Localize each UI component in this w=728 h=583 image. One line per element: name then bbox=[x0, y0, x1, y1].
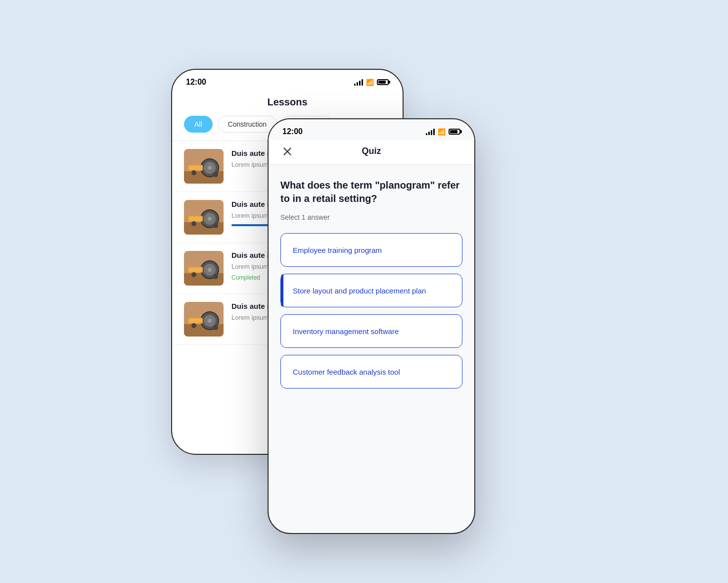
svg-rect-24 bbox=[189, 268, 202, 272]
status-icons-back: 📶 bbox=[354, 79, 389, 86]
quiz-body: What does the term "planogram" refer to … bbox=[269, 165, 474, 409]
svg-point-31 bbox=[208, 319, 212, 323]
quiz-instruction: Select 1 answer bbox=[280, 213, 462, 221]
close-button[interactable] bbox=[280, 145, 294, 158]
battery-icon bbox=[449, 129, 460, 135]
phones-container: 12:00 📶 Lessons All Construction bbox=[171, 69, 557, 514]
battery-icon bbox=[377, 79, 389, 85]
svg-point-13 bbox=[208, 217, 212, 221]
svg-rect-6 bbox=[189, 166, 202, 170]
svg-point-17 bbox=[213, 223, 218, 228]
quiz-title: Quiz bbox=[362, 146, 381, 156]
lessons-title: Lessons bbox=[172, 91, 403, 116]
svg-point-22 bbox=[208, 268, 212, 272]
time-front: 12:00 bbox=[282, 127, 303, 136]
lesson-thumbnail bbox=[184, 149, 224, 184]
wifi-icon: 📶 bbox=[366, 79, 374, 86]
svg-point-35 bbox=[213, 325, 218, 330]
svg-rect-33 bbox=[189, 319, 202, 323]
answer-text-4: Customer feedback analysis tool bbox=[291, 368, 400, 376]
svg-point-16 bbox=[191, 221, 196, 226]
signal-icon bbox=[354, 79, 363, 86]
svg-point-7 bbox=[191, 170, 196, 175]
answer-option-1[interactable]: Employee training program bbox=[280, 233, 462, 267]
answer-text-2: Store layout and product placement plan bbox=[291, 287, 426, 295]
status-icons-front: 📶 bbox=[426, 128, 460, 136]
lesson-thumbnail bbox=[184, 302, 224, 337]
svg-point-25 bbox=[191, 272, 196, 277]
signal-icon bbox=[426, 128, 435, 135]
answer-option-4[interactable]: Customer feedback analysis tool bbox=[280, 355, 462, 389]
svg-point-4 bbox=[208, 166, 212, 170]
time-back: 12:00 bbox=[186, 78, 206, 87]
status-bar-back: 12:00 📶 bbox=[172, 70, 403, 91]
filter-construction[interactable]: Construction bbox=[218, 116, 277, 133]
phone-front: 12:00 📶 Quiz bbox=[268, 118, 475, 534]
svg-rect-15 bbox=[189, 217, 202, 221]
status-bar-front: 12:00 📶 bbox=[269, 119, 474, 140]
lesson-thumbnail bbox=[184, 200, 224, 235]
filter-all[interactable]: All bbox=[184, 116, 213, 133]
svg-point-26 bbox=[213, 274, 218, 279]
quiz-question: What does the term "planogram" refer to … bbox=[280, 179, 462, 205]
lesson-thumbnail bbox=[184, 251, 224, 286]
answer-text-1: Employee training program bbox=[291, 246, 382, 254]
svg-point-34 bbox=[191, 323, 196, 328]
answer-option-2[interactable]: Store layout and product placement plan bbox=[280, 274, 462, 307]
quiz-header: Quiz bbox=[269, 140, 474, 165]
wifi-icon: 📶 bbox=[438, 128, 446, 136]
svg-point-8 bbox=[213, 172, 218, 177]
answer-option-3[interactable]: Inventory management software bbox=[280, 314, 462, 348]
answer-text-3: Inventory management software bbox=[291, 327, 399, 336]
